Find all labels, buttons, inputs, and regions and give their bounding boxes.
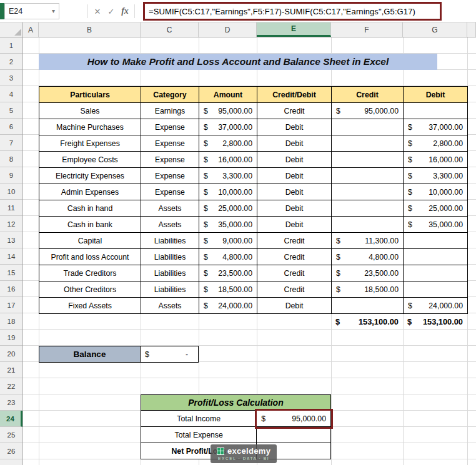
cell-category[interactable]: Liabilities: [141, 265, 199, 281]
pl-title-cell[interactable]: Profit/Loss Calculation: [141, 395, 330, 411]
column-header-partial[interactable]: [467, 22, 476, 37]
row-header-2[interactable]: 2: [0, 54, 22, 70]
balance-label-cell[interactable]: Balance: [39, 346, 141, 363]
cell-credit[interactable]: $23,500.00: [332, 265, 404, 281]
cell-credit-debit[interactable]: Debit: [257, 184, 332, 200]
cell-debit[interactable]: $35,000.00: [404, 217, 468, 233]
row-header-22[interactable]: 22: [0, 378, 22, 394]
row-header-24-selected[interactable]: 24: [0, 411, 22, 427]
column-header-e-selected[interactable]: E: [257, 22, 331, 37]
cell-credit-debit[interactable]: Debit: [257, 135, 332, 152]
cell-amount[interactable]: $24,000.00: [199, 298, 257, 314]
cell-credit[interactable]: $95,000.00: [332, 103, 404, 119]
cell-amount[interactable]: $4,800.00: [199, 249, 257, 265]
cell-category[interactable]: Assets: [141, 217, 199, 233]
column-header-b[interactable]: B: [39, 22, 141, 37]
cell-debit[interactable]: $2,800.00: [404, 135, 468, 152]
column-header-g[interactable]: G: [403, 22, 467, 37]
cell-amount[interactable]: $95,000.00: [199, 103, 257, 119]
total-debit-cell[interactable]: $153,100.00: [403, 313, 467, 330]
pl-total-income-label[interactable]: Total Income: [141, 411, 257, 426]
cell-credit-debit[interactable]: Credit: [257, 249, 332, 265]
cell-credit-debit[interactable]: Credit: [257, 265, 332, 281]
header-category[interactable]: Category: [141, 87, 199, 103]
cell-category[interactable]: Expense: [141, 184, 199, 200]
row-header-13[interactable]: 13: [0, 232, 22, 248]
row-header-18[interactable]: 18: [0, 313, 22, 330]
cell-credit[interactable]: [332, 184, 404, 200]
cell-credit-debit[interactable]: Debit: [257, 217, 332, 233]
insert-function-icon[interactable]: fx: [118, 3, 132, 19]
cell-particulars[interactable]: Employee Costs: [39, 152, 141, 168]
column-header-a[interactable]: A: [23, 22, 39, 37]
row-header-26[interactable]: 26: [0, 443, 22, 459]
cell-debit[interactable]: $16,000.00: [404, 152, 468, 168]
row-header-1[interactable]: 1: [0, 37, 22, 54]
cell-category[interactable]: Assets: [141, 200, 199, 217]
chevron-down-icon[interactable]: ▾: [52, 8, 55, 14]
enter-icon[interactable]: ✓: [104, 3, 118, 19]
pl-total-expense-label[interactable]: Total Expense: [141, 427, 257, 443]
cell-credit-debit[interactable]: Debit: [257, 298, 332, 314]
column-header-f[interactable]: F: [331, 22, 403, 37]
header-amount[interactable]: Amount: [199, 87, 257, 103]
row-header-14[interactable]: 14: [0, 248, 22, 265]
cell-credit[interactable]: $4,800.00: [332, 249, 404, 265]
row-header-11[interactable]: 11: [0, 200, 22, 216]
pl-total-expense-value[interactable]: [257, 427, 330, 443]
cell-debit[interactable]: $3,300.00: [404, 168, 468, 184]
cell-amount[interactable]: $18,500.00: [199, 281, 257, 298]
cell-credit-debit[interactable]: Debit: [257, 200, 332, 217]
cell-amount[interactable]: $3,300.00: [199, 168, 257, 184]
cell-debit[interactable]: $37,000.00: [404, 119, 468, 135]
cell-particulars[interactable]: Electricity Expenses: [39, 168, 141, 184]
cell-amount[interactable]: $2,800.00: [199, 135, 257, 152]
header-credit-debit[interactable]: Credit/Debit: [257, 87, 332, 103]
cell-debit[interactable]: [404, 103, 468, 119]
cell-credit[interactable]: [332, 298, 404, 314]
row-header-5[interactable]: 5: [0, 102, 22, 119]
cell-category[interactable]: Expense: [141, 168, 199, 184]
cell-particulars[interactable]: Other Creditors: [39, 281, 141, 298]
cell-credit-debit[interactable]: Debit: [257, 119, 332, 135]
total-credit-cell[interactable]: $153,100.00: [331, 313, 403, 330]
cell-credit-debit[interactable]: Credit: [257, 233, 332, 249]
row-header-15[interactable]: 15: [0, 265, 22, 281]
cell-amount[interactable]: $25,000.00: [199, 200, 257, 217]
cell-particulars[interactable]: Cash in bank: [39, 217, 141, 233]
cell-category[interactable]: Earnings: [141, 103, 199, 119]
row-header-23[interactable]: 23: [0, 394, 22, 411]
cell-debit[interactable]: $24,000.00: [404, 298, 468, 314]
row-header-4[interactable]: 4: [0, 86, 22, 102]
row-header-8[interactable]: 8: [0, 151, 22, 167]
cell-debit[interactable]: [404, 233, 468, 249]
row-header-25[interactable]: 25: [0, 427, 22, 443]
column-header-c[interactable]: C: [141, 22, 199, 37]
cell-amount[interactable]: $10,000.00: [199, 184, 257, 200]
row-header-19[interactable]: 19: [0, 330, 22, 346]
cell-credit[interactable]: [332, 168, 404, 184]
name-box[interactable]: E24 ▾: [4, 3, 59, 19]
cell-debit[interactable]: $25,000.00: [404, 200, 468, 217]
cell-debit[interactable]: $10,000.00: [404, 184, 468, 200]
cell-particulars[interactable]: Sales: [39, 103, 141, 119]
cell-amount[interactable]: $37,000.00: [199, 119, 257, 135]
row-header-7[interactable]: 7: [0, 135, 22, 151]
cell-amount[interactable]: $16,000.00: [199, 152, 257, 168]
row-header-9[interactable]: 9: [0, 167, 22, 184]
cancel-icon[interactable]: ✕: [91, 3, 104, 19]
cell-credit[interactable]: $18,500.00: [332, 281, 404, 298]
cell-debit[interactable]: [404, 265, 468, 281]
select-all-button[interactable]: [0, 22, 23, 37]
cell-amount[interactable]: $23,500.00: [199, 265, 257, 281]
cell-particulars[interactable]: Cash in hand: [39, 200, 141, 217]
cell-particulars[interactable]: Freight Expenses: [39, 135, 141, 152]
cell-credit[interactable]: [332, 135, 404, 152]
cell-credit[interactable]: [332, 152, 404, 168]
row-header-16[interactable]: 16: [0, 281, 22, 297]
cell-category[interactable]: Expense: [141, 135, 199, 152]
cell-credit[interactable]: [332, 217, 404, 233]
column-header-d[interactable]: D: [199, 22, 257, 37]
row-header-21[interactable]: 21: [0, 362, 22, 378]
cell-credit[interactable]: $11,300.00: [332, 233, 404, 249]
